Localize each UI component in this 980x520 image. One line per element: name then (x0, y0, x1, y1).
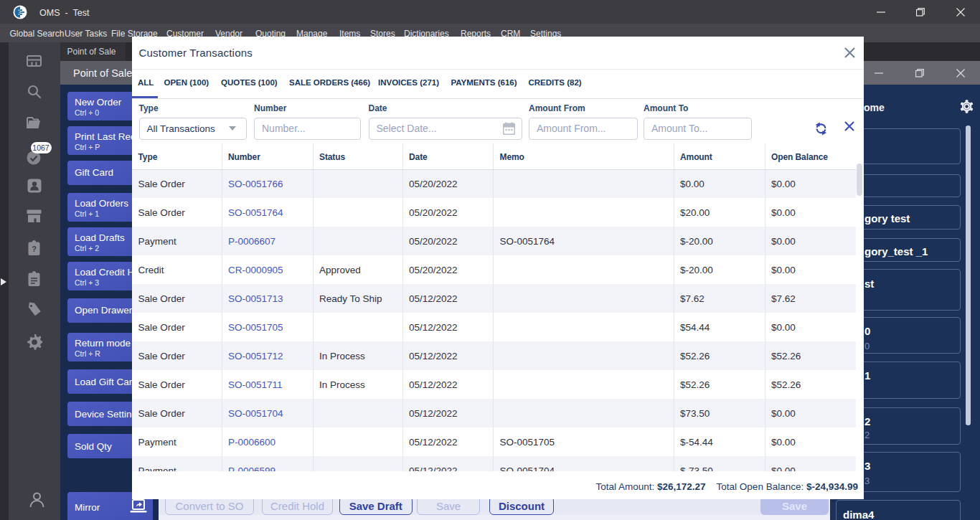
svg-text:?: ? (32, 245, 37, 253)
